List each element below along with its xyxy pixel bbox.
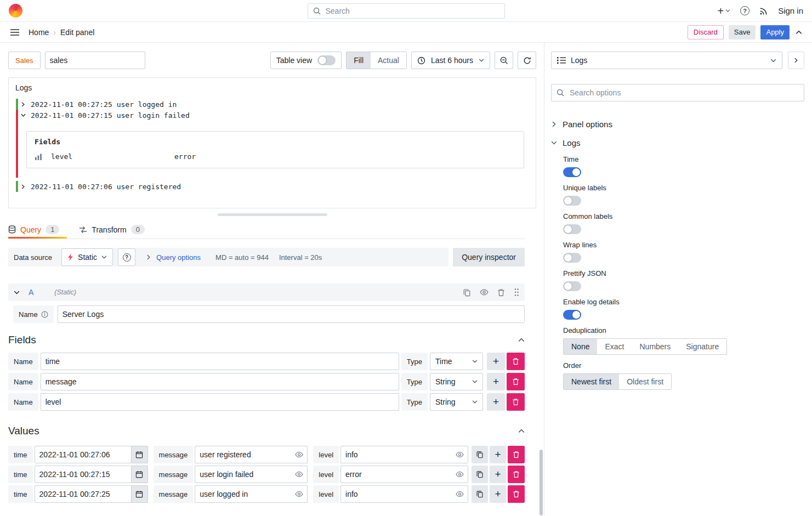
- visualization-picker[interactable]: Logs: [551, 52, 782, 69]
- display-mode-fill[interactable]: Fill: [347, 52, 371, 69]
- add-field-button[interactable]: +: [487, 353, 505, 370]
- common-labels-toggle[interactable]: [563, 224, 581, 234]
- global-search-input[interactable]: [325, 6, 499, 16]
- add-value-button[interactable]: +: [490, 485, 506, 503]
- drag-grip-icon[interactable]: [514, 288, 519, 297]
- eye-icon[interactable]: [295, 491, 303, 497]
- options-search-bar[interactable]: [551, 84, 804, 101]
- field-type-select[interactable]: Time: [430, 353, 483, 370]
- message-value-input[interactable]: [195, 466, 308, 483]
- bar-chart-icon[interactable]: [35, 154, 43, 160]
- section-panel-options[interactable]: Panel options: [551, 120, 804, 129]
- chevron-up-icon[interactable]: [518, 428, 525, 434]
- copy-icon[interactable]: [463, 288, 471, 297]
- tab-transform[interactable]: Transform 0: [79, 220, 152, 239]
- time-value-input[interactable]: [35, 466, 132, 483]
- save-button[interactable]: Save: [729, 25, 756, 39]
- prettify-json-toggle[interactable]: [563, 281, 581, 291]
- sign-in-link[interactable]: Sign in: [778, 6, 803, 15]
- chevron-up-icon[interactable]: [518, 337, 525, 343]
- level-value-input[interactable]: [340, 446, 468, 463]
- chevron-right-icon[interactable]: [146, 254, 151, 260]
- calendar-icon[interactable]: [132, 446, 148, 463]
- order-newest-first[interactable]: Newest first: [564, 374, 619, 389]
- order-oldest-first[interactable]: Oldest first: [619, 374, 671, 389]
- unique-labels-toggle[interactable]: [563, 196, 581, 206]
- dedup-none[interactable]: None: [564, 339, 597, 354]
- log-row[interactable]: 2022-11-01 00:27:15 user login failed: [18, 110, 529, 121]
- level-value-input[interactable]: [340, 485, 468, 503]
- duplicate-value-button[interactable]: [472, 485, 488, 503]
- time-value-input[interactable]: [35, 485, 132, 503]
- add-value-button[interactable]: +: [490, 466, 506, 483]
- apply-button[interactable]: Apply: [760, 25, 790, 39]
- field-type-select[interactable]: String: [430, 393, 483, 411]
- options-search-input[interactable]: [569, 88, 799, 98]
- level-value-input[interactable]: [340, 466, 468, 483]
- query-ref-id[interactable]: A: [29, 288, 33, 297]
- trash-icon[interactable]: [497, 288, 505, 297]
- vertical-scrollbar[interactable]: [540, 450, 543, 515]
- grafana-logo-icon[interactable]: [9, 4, 22, 18]
- log-row[interactable]: 2022-11-01 00:27:25 user logged in: [16, 99, 529, 110]
- news-icon[interactable]: [759, 7, 768, 15]
- delete-value-button[interactable]: [508, 446, 525, 463]
- menu-hamburger-icon[interactable]: [9, 27, 21, 37]
- message-value-input[interactable]: [195, 485, 308, 503]
- add-field-button[interactable]: +: [487, 393, 505, 411]
- refresh-button[interactable]: [518, 52, 536, 69]
- datasource-help-button[interactable]: ?: [118, 248, 135, 266]
- delete-value-button[interactable]: [508, 466, 525, 483]
- discard-button[interactable]: Discard: [688, 25, 724, 39]
- enable-log-details-toggle[interactable]: [563, 310, 581, 320]
- query-inspector-button[interactable]: Query inspector: [453, 248, 525, 266]
- add-new-button[interactable]: +: [717, 5, 730, 16]
- query-options-link[interactable]: Query options: [156, 253, 201, 262]
- delete-field-button[interactable]: [507, 353, 525, 370]
- delete-value-button[interactable]: [508, 485, 525, 503]
- add-value-button[interactable]: +: [490, 446, 506, 463]
- help-icon[interactable]: ?: [740, 6, 749, 15]
- eye-icon[interactable]: [295, 452, 303, 458]
- duplicate-value-button[interactable]: [472, 466, 488, 483]
- field-name-input[interactable]: [41, 393, 399, 411]
- display-mode-actual[interactable]: Actual: [371, 52, 406, 69]
- zoom-out-button[interactable]: [495, 52, 513, 69]
- eye-icon[interactable]: [295, 472, 303, 478]
- query-name-input[interactable]: [58, 305, 525, 323]
- time-range-picker[interactable]: Last 6 hours: [411, 52, 490, 69]
- collapse-toolbar-chevron-up-icon[interactable]: [794, 28, 803, 37]
- wrap-lines-toggle[interactable]: [563, 253, 581, 263]
- delete-field-button[interactable]: [507, 373, 525, 390]
- field-name-input[interactable]: [41, 353, 399, 370]
- dedup-exact[interactable]: Exact: [597, 339, 632, 354]
- dedup-signature[interactable]: Signature: [678, 339, 726, 354]
- info-circle-icon[interactable]: [41, 311, 48, 318]
- calendar-icon[interactable]: [132, 466, 148, 483]
- dashboard-link[interactable]: Sales: [8, 52, 41, 69]
- delete-field-button[interactable]: [507, 393, 525, 411]
- log-row[interactable]: 2022-11-01 00:27:06 user registered: [16, 181, 529, 192]
- table-view-toggle[interactable]: [317, 55, 336, 65]
- panel-title-input[interactable]: [45, 52, 145, 69]
- eye-icon[interactable]: [456, 472, 464, 478]
- chevron-down-icon[interactable]: [14, 290, 20, 296]
- message-value-input[interactable]: [195, 446, 308, 463]
- time-toggle[interactable]: [563, 167, 581, 177]
- collapse-options-pane-button[interactable]: [788, 52, 804, 69]
- global-search-bar[interactable]: [308, 3, 505, 19]
- datasource-picker[interactable]: Static: [61, 248, 113, 266]
- eye-icon[interactable]: [456, 491, 464, 497]
- time-value-input[interactable]: [35, 446, 132, 463]
- duplicate-value-button[interactable]: [472, 446, 488, 463]
- dedup-numbers[interactable]: Numbers: [632, 339, 678, 354]
- breadcrumb-home[interactable]: Home: [29, 28, 49, 37]
- add-field-button[interactable]: +: [487, 373, 505, 390]
- field-name-input[interactable]: [41, 373, 399, 390]
- field-type-select[interactable]: String: [430, 373, 483, 390]
- eye-icon[interactable]: [480, 289, 489, 296]
- section-logs[interactable]: Logs: [551, 138, 804, 148]
- calendar-icon[interactable]: [132, 485, 148, 503]
- eye-icon[interactable]: [456, 452, 464, 458]
- tab-query[interactable]: Query 1: [8, 220, 67, 239]
